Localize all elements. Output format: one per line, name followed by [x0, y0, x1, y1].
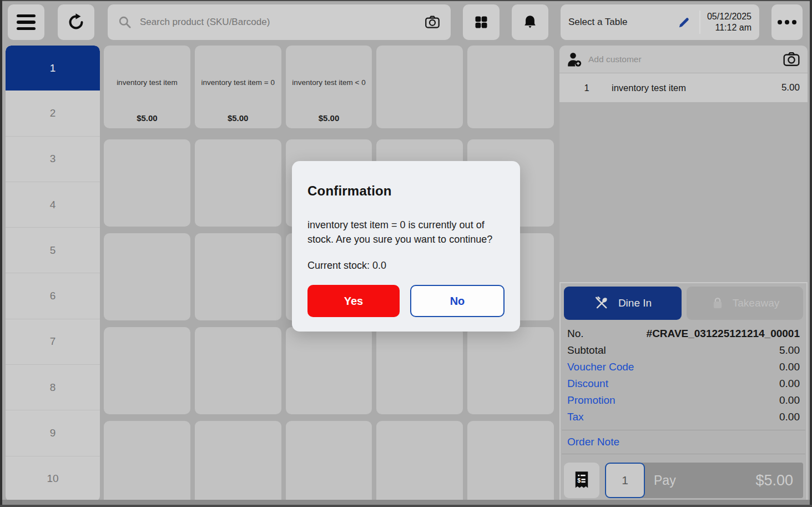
- cart-item-amount: 5.00: [781, 82, 808, 93]
- product-price: $5.00: [104, 113, 190, 123]
- sidebar-page-4[interactable]: 4: [6, 182, 100, 227]
- person-plus-icon[interactable]: [566, 51, 583, 68]
- product-name: inventory test item: [106, 78, 188, 86]
- product-name: inventory test item < 0: [288, 78, 370, 86]
- sidebar-page-1[interactable]: 1: [6, 46, 100, 91]
- datetime: 05/12/2025 11:12 am: [707, 11, 752, 33]
- empty-tile: [104, 421, 190, 501]
- product-tile[interactable]: inventory test item $5.00: [104, 46, 190, 128]
- top-bar: Select a Table 05/12/2025 11:12 am: [0, 0, 812, 44]
- ellipsis-icon: [778, 20, 782, 24]
- refresh-button[interactable]: [58, 4, 94, 40]
- search-icon: [118, 15, 132, 29]
- empty-tile: [467, 46, 554, 128]
- screen-edge: [0, 505, 812, 507]
- empty-tile: [286, 327, 372, 414]
- empty-tile: [195, 327, 281, 414]
- svg-text:$: $: [577, 477, 581, 484]
- sidebar-page-8[interactable]: 8: [6, 364, 100, 410]
- shopping-bag-icon: [710, 296, 725, 310]
- sidebar-page-9[interactable]: 9: [6, 410, 100, 455]
- order-number: #CRAVE_031225121214_00001: [647, 328, 800, 340]
- search-bar[interactable]: [108, 4, 451, 40]
- empty-tile: [376, 327, 463, 414]
- sidebar-page-10[interactable]: 10: [6, 456, 100, 501]
- screen-edge: [810, 0, 812, 507]
- add-customer-label[interactable]: Add customer: [588, 54, 776, 64]
- order-panel: Add customer 1 inventory test item 5.00: [559, 46, 808, 501]
- cart-item-qty: 1: [572, 83, 602, 93]
- product-price: $5.00: [286, 113, 372, 123]
- pay-button[interactable]: Pay $5.00: [642, 463, 803, 498]
- yes-button[interactable]: Yes: [307, 285, 400, 317]
- empty-tile: [195, 139, 281, 227]
- date-text: 05/12/2025: [707, 11, 752, 22]
- screen-edge: [0, 0, 2, 507]
- table-selector[interactable]: Select a Table 05/12/2025 11:12 am: [561, 4, 759, 40]
- receipt-icon: $: [573, 470, 591, 490]
- discount-link[interactable]: Discount: [567, 378, 608, 390]
- cart-item-row[interactable]: 1 inventory test item 5.00: [559, 73, 808, 102]
- dine-in-button[interactable]: Dine In: [564, 287, 682, 320]
- takeaway-button[interactable]: Takeaway: [687, 287, 803, 320]
- screen-edge: [0, 0, 812, 1]
- divider: [699, 11, 700, 34]
- empty-tile: [104, 139, 190, 227]
- dialog-title: Confirmation: [307, 183, 505, 199]
- pay-group: 1 Pay $5.00: [605, 463, 803, 498]
- pencil-icon[interactable]: [677, 15, 692, 29]
- camera-scan-icon[interactable]: [424, 14, 441, 31]
- dialog-stock-line: Current stock: 0.0: [307, 260, 505, 272]
- dialog-message: inventory test item = 0 is currently out…: [307, 218, 506, 247]
- dialog-buttons: Yes No: [307, 285, 505, 317]
- bill-button[interactable]: $: [564, 463, 599, 498]
- cart-item-name: inventory test item: [602, 83, 781, 93]
- empty-tile: [104, 327, 190, 414]
- hamburger-icon: [17, 14, 36, 31]
- no-button[interactable]: No: [410, 285, 505, 317]
- product-tile[interactable]: inventory test item = 0 $5.00: [195, 46, 281, 128]
- sidebar-page-5[interactable]: 5: [6, 227, 100, 273]
- apps-grid-button[interactable]: [463, 4, 500, 40]
- pay-label: Pay: [654, 473, 676, 488]
- order-note-link[interactable]: Order Note: [567, 436, 800, 448]
- notifications-button[interactable]: [512, 4, 548, 40]
- dine-in-label: Dine In: [618, 297, 652, 309]
- empty-tile: [467, 327, 554, 414]
- order-summary: No. #CRAVE_031225121214_00001 Subtotal 5…: [567, 325, 800, 425]
- empty-tile: [376, 421, 463, 501]
- product-tile[interactable]: inventory test item < 0 $5.00: [286, 46, 372, 128]
- empty-tile: [467, 421, 554, 501]
- camera-icon[interactable]: [782, 50, 801, 69]
- promotion-link[interactable]: Promotion: [567, 394, 616, 406]
- product-price: $5.00: [195, 113, 281, 123]
- tax-link[interactable]: Tax: [567, 411, 584, 423]
- empty-tile: [376, 46, 463, 128]
- sidebar-page-7[interactable]: 7: [6, 319, 100, 364]
- summary-row-voucher: Voucher Code 0.00: [567, 359, 800, 375]
- voucher-code-link[interactable]: Voucher Code: [567, 361, 634, 373]
- order-type-row: Dine In Takeaway: [564, 287, 803, 320]
- takeaway-label: Takeaway: [733, 297, 780, 309]
- sidebar-page-3[interactable]: 3: [6, 136, 100, 182]
- cart-empty-area: [559, 102, 808, 282]
- sidebar-page-2[interactable]: 2: [6, 91, 100, 135]
- divider: [562, 430, 805, 430]
- bottom-strip: [2, 500, 810, 505]
- crossed-utensils-icon: [594, 295, 609, 311]
- table-selector-label: Select a Table: [568, 17, 677, 28]
- page-sidebar: 1 2 3 4 5 6 7 8 9 10: [6, 46, 100, 501]
- pay-bar: $ 1 Pay $5.00: [564, 463, 803, 498]
- empty-tile: [286, 421, 372, 501]
- more-options-button[interactable]: [771, 4, 803, 40]
- search-input[interactable]: [140, 17, 416, 28]
- sidebar-page-6[interactable]: 6: [6, 273, 100, 318]
- summary-row-tax: Tax 0.00: [567, 409, 800, 425]
- menu-button[interactable]: [8, 4, 44, 40]
- pay-quantity[interactable]: 1: [605, 463, 645, 498]
- summary-row-promotion: Promotion 0.00: [567, 392, 800, 409]
- summary-row-discount: Discount 0.00: [567, 375, 800, 392]
- summary-row-subtotal: Subtotal 5.00: [567, 342, 800, 359]
- customer-bar: Add customer: [559, 46, 808, 73]
- empty-tile: [104, 233, 190, 320]
